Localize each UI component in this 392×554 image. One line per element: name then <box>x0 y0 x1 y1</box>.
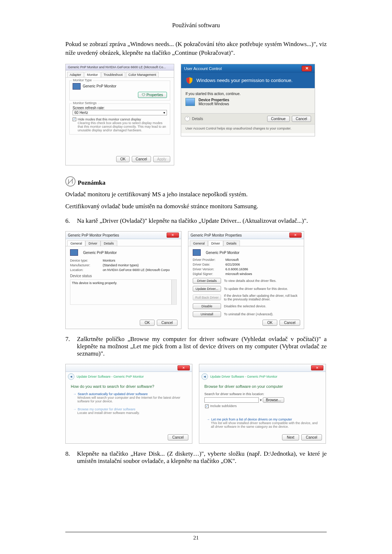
ok-button[interactable]: OK <box>262 320 277 326</box>
scrollbar[interactable] <box>171 280 176 304</box>
label-driver-provider: Driver Provider: <box>193 258 225 262</box>
close-button[interactable]: ✕ <box>302 66 312 71</box>
chevron-down-icon[interactable]: ˅ <box>185 116 190 121</box>
step-number-6: 6. <box>65 217 77 225</box>
option-pick-from-list[interactable]: →Let me pick from a list of device drive… <box>207 418 320 428</box>
uac-subtext: If you started this action, continue. <box>185 92 310 96</box>
label-driver-date: Driver Date: <box>193 263 225 266</box>
driver-details-desc: To view details about the driver files. <box>224 279 299 283</box>
arrow-icon: → <box>207 418 210 421</box>
step-7-text: Zaškrtněte políčko „Browse my computer f… <box>77 336 327 357</box>
update-driver-desc: To update the driver software for this d… <box>224 287 299 291</box>
header-title: Používání softwaru <box>65 22 327 29</box>
tab-driver[interactable]: Driver <box>85 241 101 246</box>
close-button[interactable]: ✕ <box>167 233 179 238</box>
value-driver-provider: Microsoft <box>225 258 239 262</box>
properties-button[interactable]: 🛡 Properties <box>138 92 167 98</box>
cancel-button[interactable]: Cancel <box>292 116 311 122</box>
hide-modes-checkbox[interactable]: ✓ <box>73 118 76 121</box>
disable-button[interactable]: Disable <box>193 303 221 309</box>
cancel-button[interactable]: Cancel <box>301 434 322 440</box>
label-location: Location: <box>70 268 103 272</box>
device-name: Generic PnP Monitor <box>83 251 117 255</box>
screenshot-update-driver-wizard-2: ✕ ◄Update Driver Software - Generic PnP … <box>199 364 326 444</box>
group-label-monitor-type: Monitor Type <box>72 78 93 82</box>
step-number-8: 8. <box>65 450 77 465</box>
option-browse-desc: Locate and install driver software manua… <box>77 411 187 415</box>
cancel-button[interactable]: Cancel <box>168 434 188 440</box>
monitor-name: Generic PnP Monitor <box>83 84 117 88</box>
browse-button[interactable]: Browse... <box>263 397 285 403</box>
step-number-7: 7. <box>65 336 77 357</box>
screenshot-uac-dialog: User Account Control ✕ Windows needs you… <box>181 64 315 136</box>
close-button[interactable]: ✕ <box>289 233 302 238</box>
uninstall-button[interactable]: Uninstall <box>193 311 221 317</box>
monitor-icon <box>70 249 78 256</box>
value-manufacturer: (Standard monitor types) <box>103 263 139 267</box>
update-driver-button[interactable]: Update Driver... <box>193 286 221 292</box>
cancel-button[interactable]: Cancel <box>132 156 151 162</box>
continue-button[interactable]: Continue <box>267 116 290 122</box>
monitor-icon <box>73 83 81 90</box>
intro-paragraph: Pokud se zobrazí zpráva „Windows needs..… <box>65 40 327 57</box>
close-button[interactable]: ✕ <box>177 365 190 370</box>
label-manufacturer: Manufacturer: <box>70 263 103 267</box>
label-digital-signer: Digital Signer: <box>193 272 225 276</box>
close-button[interactable]: ✕ <box>311 365 323 370</box>
label-device-type: Device type: <box>70 259 103 262</box>
uac-publisher: Microsoft Windows <box>199 102 229 106</box>
note-icon <box>65 176 75 186</box>
window-title: Generic PnP Monitor Properties <box>191 233 242 237</box>
value-device-type: Monitors <box>103 259 115 262</box>
tab-color-management[interactable]: Color Management <box>126 72 159 77</box>
breadcrumb: Update Driver Software - Generic PnP Mon… <box>210 375 277 378</box>
option-browse[interactable]: →Browse my computer for driver software … <box>73 407 187 415</box>
shield-icon <box>185 77 193 85</box>
hide-modes-description: Clearing this check box allows you to se… <box>78 121 167 132</box>
option-search-auto[interactable]: →Search automatically for updated driver… <box>73 392 187 403</box>
next-button[interactable]: Next <box>282 434 299 440</box>
tab-monitor[interactable]: Monitor <box>85 72 101 77</box>
tab-troubleshoot[interactable]: Troubleshoot <box>101 72 125 77</box>
tab-adapter[interactable]: Adapter <box>67 72 84 77</box>
note-text-2: Certifikovaný ovladač bude umístěn na do… <box>65 202 327 211</box>
screenshot-device-properties-general: Generic PnP Monitor Properties✕ General … <box>65 231 181 329</box>
back-button[interactable]: ◄ <box>201 373 208 380</box>
tab-details[interactable]: Details <box>223 241 240 246</box>
back-button[interactable]: ◄ <box>68 373 74 380</box>
ok-button[interactable]: OK <box>116 156 129 162</box>
details-toggle[interactable]: Details <box>192 117 203 121</box>
screenshot-device-properties-driver: Generic PnP Monitor Properties✕ General … <box>188 231 304 329</box>
step-6-text: Na kartě „Driver (Ovladač)" klepněte na … <box>77 217 327 225</box>
hide-modes-label: Hide modes that this monitor cannot disp… <box>78 118 167 121</box>
wizard-heading: Browse for driver software on your compu… <box>204 384 320 389</box>
tab-details[interactable]: Details <box>101 241 117 246</box>
cancel-button[interactable]: Cancel <box>157 320 177 326</box>
page-number: 21 <box>0 535 392 541</box>
option-pick-desc: This list will show installed driver sof… <box>211 421 320 428</box>
arrow-icon: → <box>73 407 76 411</box>
uac-headline: Windows needs your permission to contion… <box>196 78 293 83</box>
tab-general[interactable]: General <box>67 241 85 246</box>
driver-details-button[interactable]: Driver Details <box>193 278 221 284</box>
tab-general[interactable]: General <box>190 241 208 246</box>
disable-desc: Disables the selected device. <box>224 304 299 308</box>
screenshot-monitor-properties: Generic PnP Monitor and NVIDIA GeForce 6… <box>65 64 174 165</box>
device-status-text: This device is working properly. <box>72 281 117 285</box>
tab-driver[interactable]: Driver <box>208 241 223 246</box>
include-subfolders-checkbox[interactable]: ✓ <box>205 405 209 408</box>
path-input[interactable] <box>204 397 259 403</box>
cancel-button[interactable]: Cancel <box>279 320 300 326</box>
refresh-rate-dropdown[interactable]: 60 Hertz▾ <box>73 110 167 115</box>
label-driver-version: Driver Version: <box>193 267 225 271</box>
roll-back-desc: If the device fails after updating the d… <box>224 294 299 301</box>
window-title: Generic PnP Monitor Properties <box>68 233 119 237</box>
ok-button[interactable]: OK <box>140 320 154 326</box>
value-driver-date: 6/21/2006 <box>225 263 240 266</box>
footer-rule <box>65 532 327 532</box>
roll-back-driver-button[interactable]: Roll Back Driver <box>193 295 221 300</box>
apply-button[interactable]: Apply <box>153 156 170 162</box>
path-label: Search for driver software in this locat… <box>204 392 320 396</box>
breadcrumb: Update Driver Software - Generic PnP Mon… <box>77 375 144 378</box>
step-8-text: Klepněte na tlačítko „Have Disk... (Z di… <box>77 450 327 465</box>
